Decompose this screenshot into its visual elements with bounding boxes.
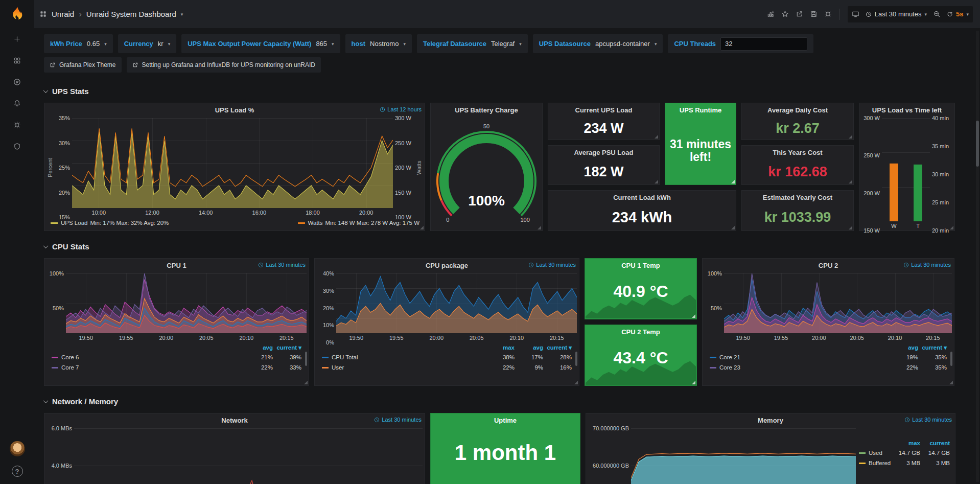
panel-title[interactable]: Current UPS Load xyxy=(575,106,633,114)
panel-title[interactable]: Average Daily Cost xyxy=(767,106,828,114)
panel-time-range[interactable]: Last 30 minutes xyxy=(374,417,422,423)
legend-col-current[interactable]: current ▾ xyxy=(273,344,301,351)
series-name[interactable]: Core 6 xyxy=(61,354,244,360)
chevron-down-icon xyxy=(43,88,49,93)
legend-scrollbar[interactable] xyxy=(950,352,952,366)
panel-time-range[interactable]: Last 12 hours xyxy=(380,106,422,112)
legend-col-max[interactable]: max xyxy=(486,344,515,351)
panel-title[interactable]: CPU 1 Temp xyxy=(621,262,660,269)
panel-title[interactable]: Memory xyxy=(758,417,783,424)
memory-chart[interactable] xyxy=(631,428,856,484)
series-name[interactable]: Core 23 xyxy=(719,364,890,371)
panel-time-range[interactable]: Last 30 minutes xyxy=(258,262,306,268)
legend-col-current[interactable]: current ▾ xyxy=(543,344,572,351)
legend-item-ups-load[interactable]: UPS LoadMin: 17% Max: 32% Avg: 20% xyxy=(51,220,169,226)
legend-scrollbar[interactable] xyxy=(575,352,577,366)
panel-title[interactable]: UPS Load vs Time left xyxy=(872,106,942,114)
panel-title[interactable]: UPS Runtime xyxy=(680,106,721,114)
panel-title[interactable]: Average PSU Load xyxy=(574,149,634,156)
panel-title[interactable]: UPS Load % xyxy=(215,106,254,114)
link-ups-monitoring-guide[interactable]: Setting up Grafana and InfluxDB for UPS … xyxy=(127,57,321,73)
configuration-gear-icon[interactable] xyxy=(12,120,22,130)
series-name[interactable]: Core 21 xyxy=(719,354,890,360)
section-network-memory[interactable]: Network / Memory xyxy=(44,397,971,406)
section-cpu-stats[interactable]: CPU Stats xyxy=(44,242,971,251)
panel-title[interactable]: UPS Battery Charge xyxy=(455,106,518,114)
series-swatch[interactable] xyxy=(710,367,716,368)
page-scrollbar[interactable] xyxy=(976,31,979,482)
cpu2-chart[interactable] xyxy=(724,273,952,333)
series-swatch[interactable] xyxy=(52,357,58,358)
refresh-picker[interactable]: 5s ▾ xyxy=(947,10,969,18)
create-icon[interactable] xyxy=(12,34,22,44)
panel-title[interactable]: Estimated Yearly Cost xyxy=(763,194,832,201)
panel-title[interactable]: CPU 2 xyxy=(819,262,838,269)
panel-title[interactable]: Current Load kWh xyxy=(613,194,671,201)
variable-currency[interactable]: Currencykr▾ xyxy=(118,34,176,53)
battery-gauge[interactable]: 050100100% xyxy=(431,117,542,231)
panel-title[interactable]: CPU package xyxy=(426,262,468,269)
time-picker[interactable]: Last 30 minutes ▾ xyxy=(866,10,927,18)
legend-col-avg[interactable]: avg xyxy=(890,344,918,351)
legend-col-avg[interactable]: avg xyxy=(244,344,273,351)
explore-compass-icon[interactable] xyxy=(12,77,22,87)
series-name[interactable]: CPU Total xyxy=(332,354,486,360)
cpu-package-chart[interactable] xyxy=(336,273,577,333)
help-icon[interactable]: ? xyxy=(12,466,23,477)
server-admin-shield-icon[interactable] xyxy=(12,141,22,151)
apps-grid-icon[interactable] xyxy=(39,10,47,18)
series-name[interactable]: Used xyxy=(869,450,891,456)
series-name[interactable]: User xyxy=(332,364,486,371)
panel-title[interactable]: CPU 1 xyxy=(167,262,186,269)
variable-ups-max-output[interactable]: UPS Max Output Power Capacity (Watt)865▾ xyxy=(181,34,340,53)
variable-host[interactable]: hostNostromo▾ xyxy=(345,34,412,53)
tv-mode-icon[interactable] xyxy=(852,10,859,18)
ups-load-chart[interactable] xyxy=(72,118,393,208)
ups-bar-chart[interactable] xyxy=(882,118,930,221)
add-panel-icon[interactable] xyxy=(767,10,775,18)
dashboards-icon[interactable] xyxy=(12,55,22,65)
series-swatch[interactable] xyxy=(322,367,329,368)
legend-col-avg[interactable]: avg xyxy=(515,344,543,351)
legend-scrollbar[interactable] xyxy=(305,352,307,366)
series-name[interactable]: Core 7 xyxy=(61,364,244,371)
panel-title[interactable]: Uptime xyxy=(494,417,517,424)
series-swatch[interactable] xyxy=(52,367,58,368)
series-swatch[interactable] xyxy=(710,357,716,358)
panel-title[interactable]: This Years Cost xyxy=(773,149,822,156)
user-avatar[interactable] xyxy=(10,441,25,456)
panel-time-range[interactable]: Last 30 minutes xyxy=(903,262,951,268)
cpu1-chart[interactable] xyxy=(66,273,307,333)
legend-col-max[interactable]: max xyxy=(891,440,920,446)
legend-item-watts[interactable]: WattsMin: 148 W Max: 278 W Avg: 175 W xyxy=(298,220,419,226)
breadcrumb-folder[interactable]: Unraid xyxy=(52,10,74,18)
alerting-bell-icon[interactable] xyxy=(12,98,22,108)
panel-time-range[interactable]: Last 30 minutes xyxy=(528,262,576,268)
section-ups-stats[interactable]: UPS Stats xyxy=(44,87,971,96)
zoom-out-icon[interactable] xyxy=(933,10,941,18)
variable-telegraf-datasource[interactable]: Telegraf DatasourceTelegraf▾ xyxy=(417,34,528,53)
link-grafana-plex-theme[interactable]: Grafana Plex Theme xyxy=(44,57,122,73)
series-swatch[interactable] xyxy=(859,463,866,464)
panel-title[interactable]: Network xyxy=(221,417,247,424)
series-swatch[interactable] xyxy=(859,452,866,454)
grafana-logo[interactable] xyxy=(9,5,26,25)
scrollbar-thumb[interactable] xyxy=(976,121,979,167)
cpu-threads-input[interactable]: 32 xyxy=(720,37,807,51)
series-swatch[interactable] xyxy=(322,357,329,358)
variable-kwh-price[interactable]: kWh Price0.65▾ xyxy=(44,34,113,53)
network-chart[interactable] xyxy=(74,428,423,484)
star-icon[interactable] xyxy=(781,10,789,18)
save-icon[interactable] xyxy=(810,10,818,18)
legend-col-current[interactable]: current xyxy=(920,440,950,446)
dashboard-title[interactable]: Unraid System Dashboard xyxy=(86,10,176,18)
series-name[interactable]: Buffered xyxy=(869,460,891,466)
share-icon[interactable] xyxy=(796,10,803,18)
caret-down-icon[interactable]: ▾ xyxy=(181,12,183,17)
variable-ups-datasource[interactable]: UPS Datasourceapcupsd-container▾ xyxy=(533,34,663,53)
panel-time-range[interactable]: Last 30 minutes xyxy=(904,417,952,423)
panel-title[interactable]: CPU 2 Temp xyxy=(621,328,660,336)
dashboard-settings-icon[interactable] xyxy=(824,10,832,18)
legend-row: Core 722%33% xyxy=(52,362,301,373)
legend-col-current[interactable]: current ▾ xyxy=(918,344,947,351)
